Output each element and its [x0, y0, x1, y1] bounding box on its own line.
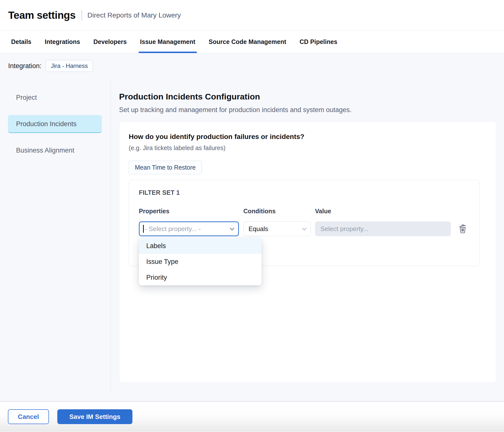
integration-chip[interactable]: Jira - Harness — [46, 60, 93, 72]
properties-column-label: Properties — [139, 207, 239, 215]
title-divider — [82, 10, 82, 20]
dropdown-option-issue-type[interactable]: Issue Type — [139, 254, 262, 270]
tab-cd-pipelines[interactable]: CD Pipelines — [300, 31, 337, 53]
property-select-placeholder: - Select property... - — [145, 225, 231, 233]
filter-controls-row: - Select property... - Labels Issue Type… — [139, 221, 469, 236]
value-input[interactable] — [315, 221, 451, 236]
sidebar-item-production-incidents[interactable]: Production Incidents — [8, 115, 102, 133]
tab-details[interactable]: Details — [11, 31, 31, 53]
cancel-button[interactable]: Cancel — [8, 409, 49, 424]
tab-integrations[interactable]: Integrations — [45, 31, 80, 53]
filter-column-labels: Properties Conditions Value — [139, 207, 469, 215]
page-title: Team settings — [8, 9, 76, 21]
section-title: Production Incidents Configuration — [119, 92, 496, 101]
page-subtitle: Direct Reports of Mary Lowery — [87, 11, 181, 19]
settings-sidebar: Project Production Incidents Business Al… — [0, 79, 110, 392]
dropdown-option-priority[interactable]: Priority — [139, 270, 262, 285]
conditions-column-label: Conditions — [243, 207, 311, 215]
tab-bar: Details Integrations Developers Issue Ma… — [0, 31, 504, 53]
sidebar-item-project[interactable]: Project — [8, 89, 102, 107]
section-subtitle: Set up tracking and management for produ… — [119, 106, 496, 114]
filter-set-title: FILTER SET 1 — [139, 189, 469, 196]
sidebar-item-business-alignment[interactable]: Business Alignment — [8, 141, 102, 159]
tab-issue-management[interactable]: Issue Management — [140, 31, 195, 53]
delete-filter-button[interactable] — [457, 223, 468, 235]
identify-incidents-hint: (e.g. Jira tickets labeled as failures) — [129, 144, 486, 152]
property-select[interactable]: - Select property... - Labels Issue Type… — [139, 221, 239, 236]
page-header: Team settings Direct Reports of Mary Low… — [0, 0, 504, 31]
team-settings-page: Team settings Direct Reports of Mary Low… — [0, 0, 504, 432]
save-im-settings-button[interactable]: Save IM Settings — [57, 409, 132, 424]
main-panel: Production Incidents Configuration Set u… — [110, 79, 504, 383]
chevron-down-icon — [230, 226, 234, 230]
tab-source-code-management[interactable]: Source Code Management — [209, 31, 286, 53]
dropdown-option-labels[interactable]: Labels — [139, 238, 262, 254]
chevron-down-icon — [302, 226, 306, 230]
identify-incidents-question: How do you identify production failures … — [129, 133, 486, 141]
integration-row: Integration: Jira - Harness — [0, 53, 504, 79]
integration-label: Integration: — [8, 62, 42, 70]
tab-developers[interactable]: Developers — [93, 31, 127, 53]
content-columns: Project Production Incidents Business Al… — [0, 79, 504, 401]
condition-select-value: Equals — [249, 225, 303, 233]
filter-set-panel: FILTER SET 1 Properties Conditions Value… — [129, 180, 480, 266]
value-column-label: Value — [315, 207, 451, 215]
property-dropdown: Labels Issue Type Priority — [139, 238, 262, 285]
page-footer: Cancel Save IM Settings — [0, 401, 504, 432]
text-caret — [143, 225, 144, 233]
content-area: Integration: Jira - Harness Project Prod… — [0, 53, 504, 401]
condition-select[interactable]: Equals — [243, 221, 311, 236]
mean-time-to-restore-tab[interactable]: Mean Time to Restore — [129, 161, 202, 174]
incidents-config-card: How do you identify production failures … — [119, 121, 496, 383]
trash-icon — [457, 223, 468, 235]
